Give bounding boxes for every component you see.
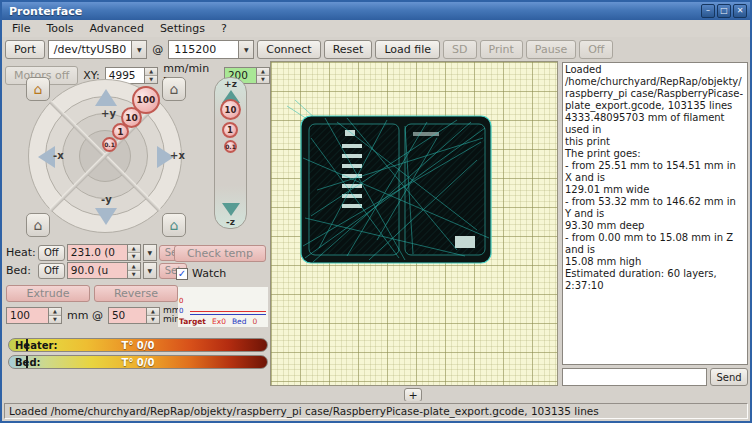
z-step-1-badge[interactable]: 1 [222, 122, 238, 138]
jog-y-plus-arrow-icon[interactable] [95, 89, 117, 106]
baud-combo[interactable]: 115200 ▼ [168, 40, 254, 59]
menu-tools[interactable]: Tools [38, 21, 81, 36]
reset-button[interactable]: Reset [324, 40, 373, 59]
z-step-01-badge[interactable]: 0.1 [224, 140, 237, 153]
baud-value[interactable]: 115200 [168, 40, 238, 59]
z-step-10-badge[interactable]: 10 [220, 99, 241, 120]
menu-file[interactable]: File [4, 21, 38, 36]
maximize-button[interactable]: □ [717, 4, 731, 18]
minimize-button[interactable]: – [701, 4, 715, 18]
status-text: Loaded /home/churchyard/RepRap/objekty/r… [4, 403, 748, 419]
reverse-button[interactable]: Reverse [94, 285, 178, 302]
heat-temp-value[interactable]: 231.0 (0 [68, 245, 127, 260]
watch-checkbox[interactable]: ✓ [176, 268, 188, 280]
log-output[interactable]: Loaded /home/churchyard/RepRap/objekty/ … [562, 62, 748, 365]
heat-off-button[interactable]: Off [38, 245, 65, 261]
maximize-icon: □ [720, 6, 728, 15]
extrude-speed-spinner[interactable]: 50 ▲▼ [108, 307, 160, 324]
port-dropdown-icon[interactable]: ▼ [131, 40, 147, 59]
extrude-button[interactable]: Extrude [6, 285, 90, 302]
bed-temp-value[interactable]: 90.0 (u [68, 263, 127, 278]
watch-toggle[interactable]: ✓ Watch [176, 267, 226, 280]
spin-up-icon[interactable]: ▲ [128, 263, 140, 270]
port-combo[interactable]: /dev/ttyUSB0 ▼ [48, 40, 147, 59]
spin-down-icon[interactable]: ▼ [257, 75, 269, 83]
send-button[interactable]: Send [710, 368, 748, 386]
home-y-button[interactable]: ⌂ [162, 77, 186, 101]
menubar: File Tools Advanced Settings ? [2, 20, 750, 37]
bed-label: Bed: [6, 264, 36, 277]
watch-label: Watch [192, 267, 226, 280]
heater-gauge-value: T° 0/0 [9, 340, 267, 351]
temp-graph: 0 0 Target Ex0 Bed 0 [178, 287, 268, 327]
spin-up-icon[interactable]: ▲ [147, 308, 159, 315]
load-file-button[interactable]: Load file [375, 40, 440, 59]
extrude-length-arrows[interactable]: ▲▼ [48, 308, 61, 323]
home-x-button[interactable]: ⌂ [26, 77, 50, 101]
xy-jog-pad[interactable]: +y -y -x +x 100 10 1 0.1 ⌂ ⌂ ⌂ ⌂ [26, 77, 186, 237]
home-z-button[interactable]: ⌂ [162, 213, 186, 237]
bed-off-button[interactable]: Off [38, 263, 65, 279]
bed-preset-dropdown-icon[interactable]: ▼ [143, 262, 157, 279]
home-icon: ⌂ [34, 81, 43, 97]
z-feed-arrows[interactable]: ▲▼ [256, 68, 269, 83]
close-button[interactable]: ✕ [733, 4, 747, 18]
connect-button[interactable]: Connect [257, 40, 320, 59]
zoom-in-button[interactable]: + [404, 388, 422, 402]
command-input[interactable] [562, 368, 707, 386]
jog-step-1-badge[interactable]: 1 [112, 123, 129, 140]
port-button[interactable]: Port [5, 40, 45, 59]
bed-gauge: Bed: T° 0/0 [8, 355, 268, 369]
spin-down-icon[interactable]: ▼ [49, 315, 61, 323]
z-jog-control[interactable]: +z 10 1 0.1 -z [214, 77, 247, 229]
command-row: Send [562, 368, 748, 386]
port-value[interactable]: /dev/ttyUSB0 [48, 40, 131, 59]
extrude-length-spinner[interactable]: 100 ▲▼ [6, 307, 62, 324]
at-label: @ [150, 43, 165, 56]
jog-z-minus-arrow-icon[interactable] [222, 203, 240, 216]
jog-x-minus-label: -x [53, 150, 64, 161]
heat-temp-arrows[interactable]: ▲▼ [127, 245, 140, 260]
graph-axis-zero-bed: 0 [179, 307, 183, 315]
titlebar[interactable]: Pronterface – □ ✕ [2, 2, 750, 20]
home-icon: ⌂ [170, 217, 179, 233]
heat-preset-dropdown-icon[interactable]: ▼ [143, 244, 157, 261]
check-temp-button[interactable]: Check temp [174, 245, 266, 262]
heater-temp-row: Heat: Off 231.0 (0 ▲▼ ▼ Set [6, 244, 187, 261]
jog-x-plus-label: +x [170, 150, 185, 161]
spin-up-icon[interactable]: ▲ [128, 245, 140, 252]
baud-dropdown-icon[interactable]: ▼ [238, 40, 254, 59]
spin-down-icon[interactable]: ▼ [128, 252, 140, 260]
bed-temp-row: Bed: Off 90.0 (u ▲▼ ▼ Set [6, 262, 187, 279]
bed-temp-spinner[interactable]: 90.0 (u ▲▼ [67, 262, 141, 279]
spin-up-icon[interactable]: ▲ [49, 308, 61, 315]
sd-button[interactable]: SD [443, 40, 476, 59]
print-button[interactable]: Print [480, 40, 523, 59]
pause-button[interactable]: Pause [526, 40, 576, 59]
jog-step-01-badge[interactable]: 0.1 [102, 137, 117, 152]
spin-up-icon[interactable]: ▲ [145, 68, 157, 75]
jog-z-minus-label: -z [215, 217, 246, 227]
extrude-speed-value[interactable]: 50 [109, 308, 146, 323]
home-icon: ⌂ [170, 81, 179, 97]
jog-z-plus-label: +z [215, 79, 246, 89]
gcode-viewer[interactable] [270, 61, 558, 386]
graph-bed-line [190, 314, 266, 315]
bed-temp-arrows[interactable]: ▲▼ [127, 263, 140, 278]
spin-down-icon[interactable]: ▼ [128, 270, 140, 278]
menu-advanced[interactable]: Advanced [82, 21, 152, 36]
off-button[interactable]: Off [579, 40, 613, 59]
extrude-speed-arrows[interactable]: ▲▼ [146, 308, 159, 323]
motion-panel: Motors off XY: 4995 ▲▼ mm/min Z: 200 ▲▼ [2, 61, 270, 401]
spin-up-icon[interactable]: ▲ [257, 68, 269, 75]
menu-help[interactable]: ? [213, 21, 235, 36]
legend-ex0: Ex0 [212, 317, 226, 326]
menu-settings[interactable]: Settings [152, 21, 213, 36]
close-icon: ✕ [737, 6, 744, 15]
heat-temp-spinner[interactable]: 231.0 (0 ▲▼ [67, 244, 141, 261]
bed-gauge-value: T° 0/0 [9, 357, 267, 368]
spin-down-icon[interactable]: ▼ [147, 315, 159, 323]
home-all-button[interactable]: ⌂ [26, 213, 50, 237]
jog-y-minus-arrow-icon[interactable] [95, 208, 117, 225]
extrude-length-value[interactable]: 100 [7, 308, 48, 323]
